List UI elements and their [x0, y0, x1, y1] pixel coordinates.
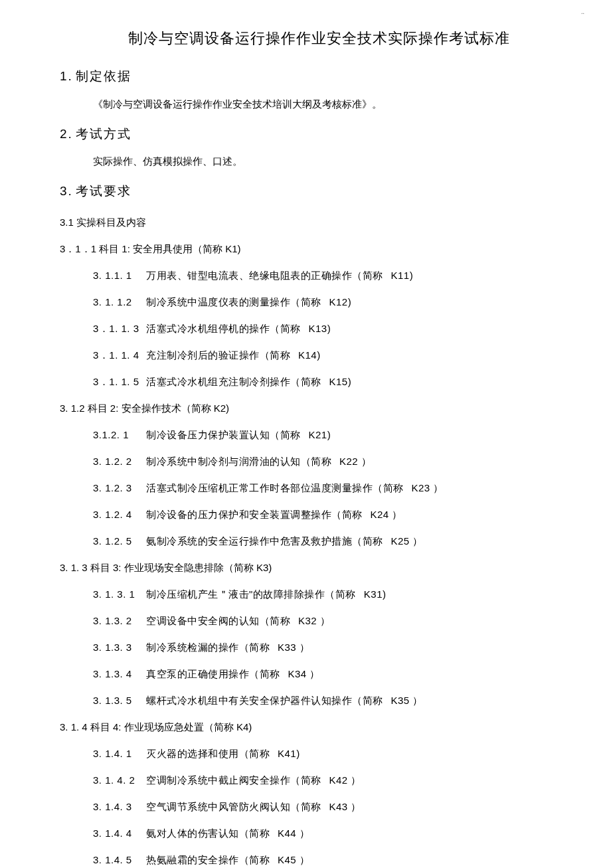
list-item: 3. 1.3. 2空调设备中安全阀的认知（简称K32 ）: [93, 613, 551, 629]
section-2-heading: 2.考试方式: [60, 124, 551, 144]
section-2-body: 实际操作、仿真模拟操作、口述。: [93, 153, 551, 169]
document-title: 制冷与空调设备运行操作作业安全技术实际操作考试标准: [86, 27, 551, 50]
section-3-title: 考试要求: [76, 184, 131, 198]
list-item: 3. 1.3. 5螺杆式冷水机组中有关安全保护器件认知操作（简称K35 ）: [93, 693, 551, 709]
subject-1-heading: 3．1．1 科目 1: 安全用具使用（简称 K1): [60, 241, 551, 257]
list-item: 3．1. 1. 5活塞式冷水机组充注制冷剂操作（简称K15): [93, 374, 551, 390]
subject-3-heading: 3. 1. 3 科目 3: 作业现场安全隐患排除（简称 K3): [60, 560, 551, 576]
list-item: 3. 1. 4. 2空调制冷系统中截止阀安全操作（简称K42 ）: [93, 772, 551, 788]
list-item: 3. 1.2. 5氨制冷系统的安全运行操作中危害及救护措施（简称K25 ）: [93, 533, 551, 549]
section-3-1-heading: 3.1 实操科目及内容: [60, 215, 551, 230]
section-2-num: 2.: [60, 127, 73, 141]
section-1-num: 1.: [60, 69, 73, 83]
list-item: 3．1. 1. 3活塞式冷水机组停机的操作（简称K13): [93, 321, 551, 337]
list-item: 3. 1.1. 1万用表、钳型电流表、绝缘电阻表的正确操作（简称K11): [93, 268, 551, 284]
list-item: 3.1.2. 1制冷设备压力保护装置认知（简称K21): [93, 427, 551, 443]
list-item: 3. 1. 1.2制冷系统中温度仪表的测量操作（简称K12): [93, 294, 551, 310]
section-3-heading: 3.考试要求: [60, 181, 551, 201]
list-item: 3．1. 1. 4充注制冷剂后的验证操作（简称K14): [93, 347, 551, 363]
section-1-body: 《制冷与空调设备运行操作作业安全技术培训大纲及考核标准》。: [93, 96, 551, 112]
list-item: 3. 1.4. 3空气调节系统中风管防火阀认知（简称K43 ）: [93, 799, 551, 815]
section-3-num: 3.: [60, 184, 73, 198]
list-item: 3. 1.3. 4真空泵的正确使用操作（简称K34 ）: [93, 666, 551, 682]
list-item: 3. 1.3. 3制冷系统检漏的操作（简称K33 ）: [93, 640, 551, 655]
list-item: 3. 1.4. 1灭火器的选择和使用（简称K41): [93, 746, 551, 762]
section-2-title: 考试方式: [76, 127, 131, 141]
subject-4-heading: 3. 1. 4 科目 4: 作业现场应急处置（简称 K4): [60, 719, 551, 735]
section-1-title: 制定依据: [76, 69, 131, 83]
list-item: 3. 1.2. 3活塞式制冷压缩机正常工作时各部位温度测量操作（简称K23 ）: [93, 480, 551, 496]
list-item: 3. 1.2. 4制冷设备的压力保护和安全装置调整操作（简称K24 ）: [93, 507, 551, 523]
corner-mark: ..: [581, 7, 584, 17]
section-1-heading: 1.制定依据: [60, 66, 551, 86]
subject-2-heading: 3. 1.2 科目 2: 安全操作技术（简称 K2): [60, 400, 551, 416]
list-item: 3. 1.4. 5热氨融霜的安全操作（简称K45 ）: [93, 852, 551, 868]
list-item: 3. 1.4. 4氨对人体的伤害认知（简称K44 ）: [93, 825, 551, 841]
list-item: 3. 1.2. 2制冷系统中制冷剂与润滑油的认知（简称K22 ）: [93, 454, 551, 470]
list-item: 3. 1. 3. 1制冷压缩机产生＂液击"的故障排除操作（简称K31): [93, 586, 551, 602]
